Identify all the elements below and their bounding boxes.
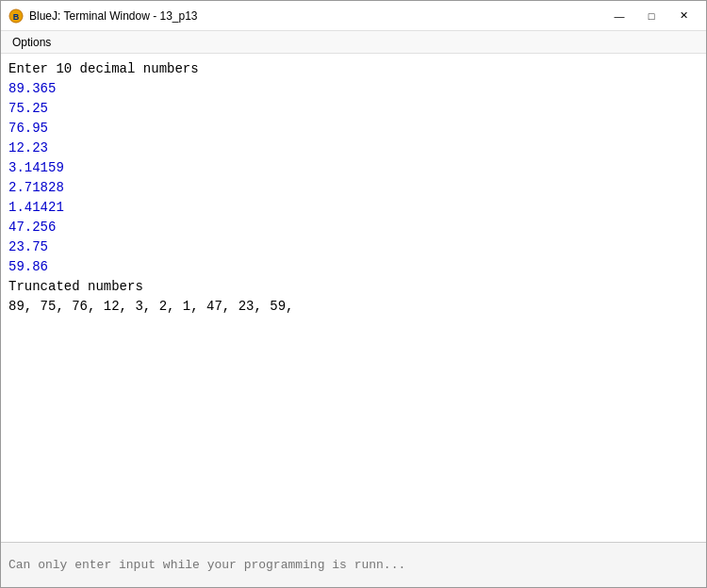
- options-menu[interactable]: Options: [5, 34, 58, 51]
- bluej-icon: B: [8, 8, 24, 24]
- terminal-line: 89, 75, 76, 12, 3, 2, 1, 47, 23, 59,: [8, 297, 699, 317]
- terminal-line: 59.86: [8, 257, 699, 277]
- menu-bar: Options: [1, 31, 706, 54]
- title-bar: B BlueJ: Terminal Window - 13_p13 — □ ✕: [1, 1, 706, 31]
- terminal-line: 76.95: [8, 119, 699, 139]
- terminal-input[interactable]: [8, 558, 699, 572]
- terminal-line: 89.365: [8, 79, 699, 99]
- terminal-line: 47.256: [8, 218, 699, 237]
- svg-text:B: B: [13, 12, 20, 22]
- window-title: BlueJ: Terminal Window - 13_p13: [29, 9, 604, 23]
- terminal-line: 23.75: [8, 237, 699, 257]
- terminal-line: 1.41421: [8, 198, 699, 218]
- close-button[interactable]: ✕: [668, 6, 699, 26]
- input-bar: [1, 542, 706, 587]
- terminal-line: 12.23: [8, 139, 699, 158]
- terminal-output: Enter 10 decimal numbers89.36575.2576.95…: [1, 54, 706, 542]
- terminal-line: Truncated numbers: [8, 277, 699, 297]
- maximize-button[interactable]: □: [636, 6, 666, 26]
- terminal-line: 2.71828: [8, 178, 699, 198]
- minimize-button[interactable]: —: [604, 6, 634, 26]
- terminal-window: B BlueJ: Terminal Window - 13_p13 — □ ✕ …: [0, 0, 707, 588]
- terminal-line: 75.25: [8, 99, 699, 119]
- terminal-line: 3.14159: [8, 158, 699, 178]
- terminal-line: Enter 10 decimal numbers: [8, 59, 699, 79]
- window-controls: — □ ✕: [604, 6, 699, 26]
